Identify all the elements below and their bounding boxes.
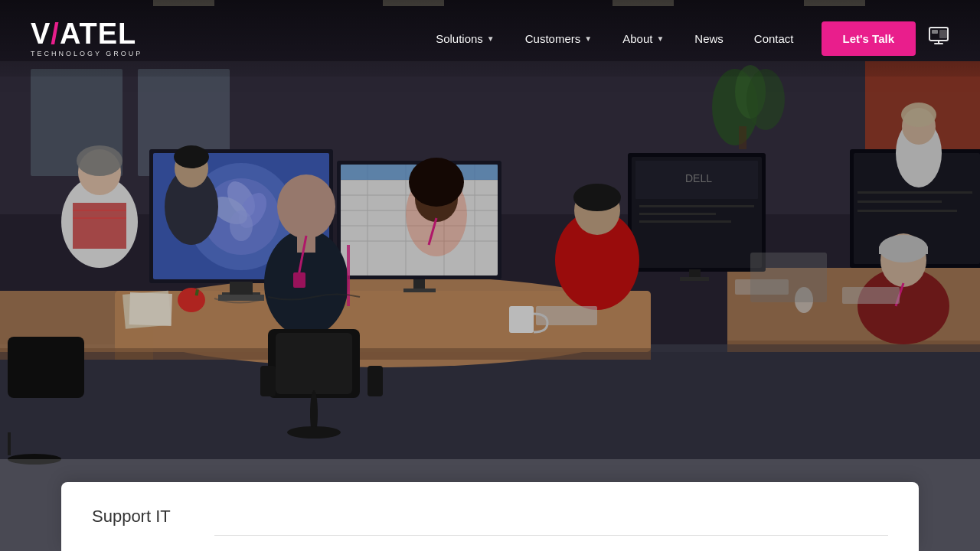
bottom-divider xyxy=(214,535,888,536)
logo[interactable]: V/ATEL TECHNOLOGY GROUP xyxy=(31,19,142,57)
nav-item-contact[interactable]: Contact xyxy=(742,26,806,51)
chevron-down-icon: ▼ xyxy=(656,34,664,43)
nav-item-about[interactable]: About ▼ xyxy=(610,26,676,51)
logo-v: V xyxy=(31,18,51,50)
chevron-down-icon: ▼ xyxy=(487,34,495,43)
logo-slash: / xyxy=(51,18,60,50)
navbar: V/ATEL TECHNOLOGY GROUP Solutions ▼ Cust… xyxy=(0,0,980,77)
nav-links: Solutions ▼ Customers ▼ About ▼ News Con… xyxy=(423,26,805,51)
hero-scene: DELL DELL xyxy=(0,0,980,551)
monitor-icon[interactable] xyxy=(928,25,949,51)
svg-rect-119 xyxy=(932,30,938,34)
support-it-heading: Support IT xyxy=(92,507,171,527)
nav-item-solutions[interactable]: Solutions ▼ xyxy=(423,26,507,51)
nav-item-news[interactable]: News xyxy=(682,26,736,51)
chevron-down-icon: ▼ xyxy=(584,34,592,43)
logo-subtitle: TECHNOLOGY GROUP xyxy=(31,50,142,57)
logo-text: V/ATEL xyxy=(31,19,142,48)
bottom-card: Support IT xyxy=(61,482,919,551)
nav-item-customers[interactable]: Customers ▼ xyxy=(513,26,604,51)
logo-atel: ATEL xyxy=(60,18,136,50)
lets-talk-button[interactable]: Let's Talk xyxy=(822,21,916,56)
svg-rect-120 xyxy=(939,30,947,38)
